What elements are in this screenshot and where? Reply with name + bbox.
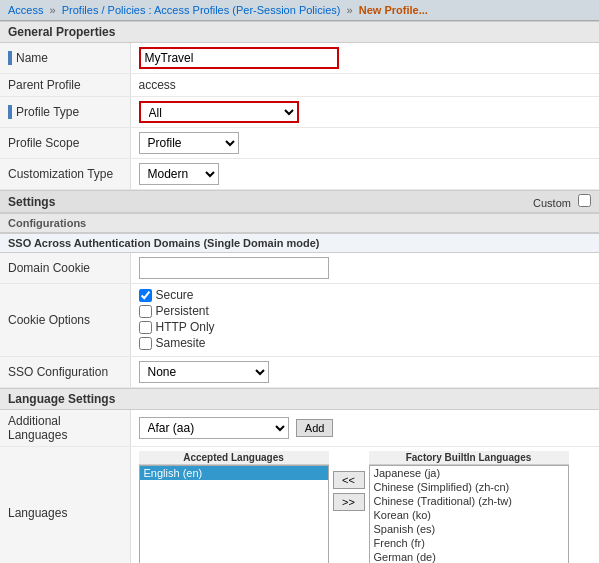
languages-row: Languages Accepted Languages English (en… bbox=[0, 447, 599, 564]
list-item[interactable]: French (fr) bbox=[370, 536, 568, 550]
profile-scope-value-cell: Profile Global bbox=[130, 128, 599, 159]
samesite-option: Samesite bbox=[139, 336, 592, 350]
custom-checkbox[interactable] bbox=[578, 194, 591, 207]
list-item[interactable]: German (de) bbox=[370, 550, 568, 563]
profile-scope-select[interactable]: Profile Global bbox=[139, 132, 239, 154]
sso-configuration-label: SSO Configuration bbox=[0, 357, 130, 388]
move-left-button[interactable]: << bbox=[333, 471, 365, 489]
blue-bar-icon bbox=[8, 51, 12, 65]
additional-languages-select[interactable]: Afar (aa) Abkhazian (ab) Afrikaans (af) bbox=[139, 417, 289, 439]
breadcrumb-profiles[interactable]: Profiles / Policies : Access Profiles (P… bbox=[62, 4, 341, 16]
http-only-option: HTTP Only bbox=[139, 320, 592, 334]
profile-scope-label: Profile Scope bbox=[0, 128, 130, 159]
name-label: Name bbox=[0, 43, 130, 74]
domain-cookie-row: Domain Cookie bbox=[0, 253, 599, 284]
secure-option: Secure bbox=[139, 288, 592, 302]
transfer-arrows: << >> bbox=[333, 451, 365, 511]
add-language-button[interactable]: Add bbox=[296, 419, 334, 437]
factory-languages-list[interactable]: Japanese (ja) Chinese (Simplified) (zh-c… bbox=[369, 465, 569, 563]
customization-type-value-cell: Modern Classic bbox=[130, 159, 599, 190]
domain-cookie-label: Domain Cookie bbox=[0, 253, 130, 284]
persistent-checkbox[interactable] bbox=[139, 305, 152, 318]
list-item[interactable]: Korean (ko) bbox=[370, 508, 568, 522]
samesite-checkbox[interactable] bbox=[139, 337, 152, 350]
language-settings-header: Language Settings bbox=[0, 388, 599, 410]
list-item[interactable]: English (en) bbox=[140, 466, 328, 480]
accepted-languages-list[interactable]: English (en) bbox=[139, 465, 329, 563]
settings-label: Settings bbox=[8, 195, 55, 209]
languages-label: Languages bbox=[0, 447, 130, 564]
sso-configuration-row: SSO Configuration None bbox=[0, 357, 599, 388]
parent-profile-row: Parent Profile access bbox=[0, 74, 599, 97]
sso-configuration-select[interactable]: None bbox=[139, 361, 269, 383]
customization-type-label: Customization Type bbox=[0, 159, 130, 190]
parent-profile-value: access bbox=[130, 74, 599, 97]
additional-languages-row: Additional Languages Afar (aa) Abkhazian… bbox=[0, 410, 599, 447]
list-item[interactable]: Chinese (Simplified) (zh-cn) bbox=[370, 480, 568, 494]
customization-type-row: Customization Type Modern Classic bbox=[0, 159, 599, 190]
languages-lists-container: Accepted Languages English (en) << >> Fa… bbox=[139, 451, 592, 563]
languages-value-cell: Accepted Languages English (en) << >> Fa… bbox=[130, 447, 599, 564]
cookie-options-label: Cookie Options bbox=[0, 284, 130, 357]
sso-configuration-value-cell: None bbox=[130, 357, 599, 388]
breadcrumb-current: New Profile... bbox=[359, 4, 428, 16]
list-item[interactable]: Japanese (ja) bbox=[370, 466, 568, 480]
accepted-languages-container: Accepted Languages English (en) bbox=[139, 451, 329, 563]
additional-languages-label: Additional Languages bbox=[0, 410, 130, 447]
profile-type-select[interactable]: All LTM SSL-VPN bbox=[139, 101, 299, 123]
customization-type-select[interactable]: Modern Classic bbox=[139, 163, 219, 185]
additional-languages-value-cell: Afar (aa) Abkhazian (ab) Afrikaans (af) … bbox=[130, 410, 599, 447]
profile-type-value-cell: All LTM SSL-VPN bbox=[130, 97, 599, 128]
accepted-languages-header: Accepted Languages bbox=[139, 451, 329, 465]
profile-type-row: Profile Type All LTM SSL-VPN bbox=[0, 97, 599, 128]
cookie-options-row: Cookie Options Secure Persistent HTTP On… bbox=[0, 284, 599, 357]
breadcrumb: Access » Profiles / Policies : Access Pr… bbox=[0, 0, 599, 21]
domain-cookie-input[interactable] bbox=[139, 257, 329, 279]
general-properties-table: Name Parent Profile access Profile Type … bbox=[0, 43, 599, 190]
list-item[interactable]: Chinese (Traditional) (zh-tw) bbox=[370, 494, 568, 508]
domain-cookie-value-cell bbox=[130, 253, 599, 284]
breadcrumb-access[interactable]: Access bbox=[8, 4, 43, 16]
language-settings-table: Additional Languages Afar (aa) Abkhazian… bbox=[0, 410, 599, 563]
factory-languages-container: Factory BuiltIn Languages Japanese (ja) … bbox=[369, 451, 569, 563]
blue-bar-icon bbox=[8, 105, 12, 119]
custom-label: Custom bbox=[533, 194, 591, 209]
list-item[interactable]: Spanish (es) bbox=[370, 522, 568, 536]
profile-type-label: Profile Type bbox=[0, 97, 130, 128]
persistent-option: Persistent bbox=[139, 304, 592, 318]
secure-checkbox[interactable] bbox=[139, 289, 152, 302]
http-only-checkbox[interactable] bbox=[139, 321, 152, 334]
factory-languages-header: Factory BuiltIn Languages bbox=[369, 451, 569, 465]
move-right-button[interactable]: >> bbox=[333, 493, 365, 511]
name-row: Name bbox=[0, 43, 599, 74]
general-properties-header: General Properties bbox=[0, 21, 599, 43]
configurations-header: Configurations bbox=[0, 213, 599, 233]
name-value-cell bbox=[130, 43, 599, 74]
name-input[interactable] bbox=[139, 47, 339, 69]
parent-profile-label: Parent Profile bbox=[0, 74, 130, 97]
sso-section-header: SSO Across Authentication Domains (Singl… bbox=[0, 233, 599, 253]
cookie-options-value-cell: Secure Persistent HTTP Only Samesite bbox=[130, 284, 599, 357]
profile-scope-row: Profile Scope Profile Global bbox=[0, 128, 599, 159]
settings-bar: Settings Custom bbox=[0, 190, 599, 213]
configurations-table: Domain Cookie Cookie Options Secure Pers… bbox=[0, 253, 599, 388]
